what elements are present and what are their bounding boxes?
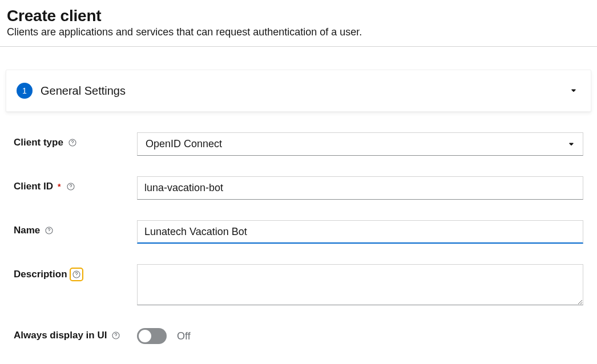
page-title: Create client xyxy=(7,7,590,25)
row-client-id: Client ID * xyxy=(14,176,583,200)
svg-point-7 xyxy=(76,276,76,277)
label-text: Client type xyxy=(14,137,63,148)
svg-point-1 xyxy=(72,144,73,145)
caret-down-icon xyxy=(568,138,575,150)
row-name: Name xyxy=(14,220,583,244)
row-always-display: Always display in UI Off xyxy=(14,328,583,344)
switch-state-label: Off xyxy=(177,330,191,342)
svg-point-9 xyxy=(116,337,116,338)
client-type-select[interactable]: OpenID Connect xyxy=(137,132,583,156)
required-asterisk: * xyxy=(58,182,60,191)
switch-knob xyxy=(139,330,151,342)
label-description: Description xyxy=(14,264,137,280)
help-icon[interactable] xyxy=(110,330,122,341)
label-client-id: Client ID * xyxy=(14,176,137,192)
row-client-type: Client type OpenID Connect xyxy=(14,132,583,156)
label-client-type: Client type xyxy=(14,132,137,148)
help-icon[interactable] xyxy=(43,225,55,236)
always-display-toggle[interactable] xyxy=(137,328,167,344)
row-description: Description xyxy=(14,264,583,308)
svg-point-5 xyxy=(49,232,50,233)
svg-point-3 xyxy=(71,188,71,189)
help-icon[interactable] xyxy=(65,181,76,192)
step-number-badge: 1 xyxy=(17,83,33,99)
create-client-form: Client type OpenID Connect Client ID * xyxy=(6,132,591,344)
label-text: Name xyxy=(14,225,40,236)
caret-down-icon xyxy=(570,86,577,96)
client-id-input[interactable] xyxy=(137,176,583,200)
name-input[interactable] xyxy=(137,220,583,244)
page-subtitle: Clients are applications and services th… xyxy=(7,26,590,38)
page-header: Create client Clients are applications a… xyxy=(0,0,597,47)
step-title: General Settings xyxy=(41,84,570,98)
label-text: Description xyxy=(14,269,67,280)
label-always-display: Always display in UI xyxy=(14,328,137,341)
label-text: Always display in UI xyxy=(14,330,107,341)
label-text: Client ID xyxy=(14,181,53,192)
help-icon[interactable] xyxy=(67,137,78,148)
wizard-content: 1 General Settings Client type OpenID Co… xyxy=(0,47,597,364)
description-textarea[interactable] xyxy=(137,264,583,305)
label-name: Name xyxy=(14,220,137,236)
select-value: OpenID Connect xyxy=(146,138,222,150)
help-icon[interactable] xyxy=(71,269,82,280)
wizard-step-general-settings[interactable]: 1 General Settings xyxy=(6,70,591,112)
